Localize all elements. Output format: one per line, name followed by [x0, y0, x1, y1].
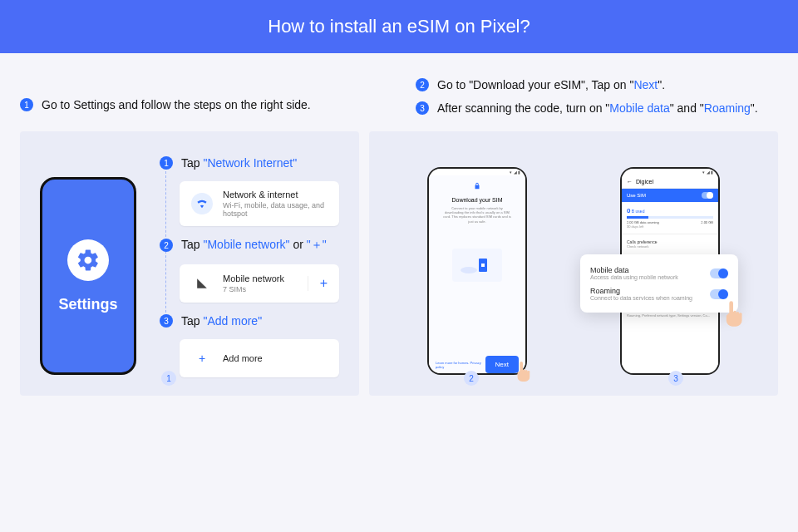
- wifi-icon: [191, 193, 213, 214]
- panel-1-footer: 1: [161, 371, 176, 386]
- use-sim-toggle[interactable]: [702, 192, 713, 199]
- instructions-right: 2 Go to "Download your eSIM", Tap on "Ne…: [416, 78, 778, 115]
- card-network-title: Network & internet: [223, 190, 328, 200]
- sim-lock-icon: [473, 182, 481, 190]
- mobile-data-row[interactable]: Mobile data Access data using mobile net…: [590, 263, 728, 283]
- download-title: Download your SIM: [451, 197, 502, 203]
- card-addmore-title: Add more: [223, 353, 328, 363]
- page-header: How to install an eSIM on Pixel?: [0, 0, 798, 53]
- footer-badge-1: 1: [161, 371, 176, 386]
- mobile-data-sub: Access data using mobile network: [590, 274, 678, 280]
- phone-digicel-wrap: ▾ ◢ ▮ ← Digicel Use SIM 0 B used: [620, 167, 720, 375]
- substep-1: 1 Tap "Network Internet": [160, 156, 339, 170]
- data-used-value: 0: [627, 207, 630, 214]
- card-mobile-network[interactable]: Mobile network 7 SIMs +: [180, 264, 339, 303]
- settings-gear-circle: [67, 239, 109, 281]
- download-subtitle: Connect to your mobile network by downlo…: [436, 206, 519, 224]
- data-usage-bar: [627, 216, 713, 219]
- back-arrow-icon[interactable]: ←: [627, 179, 633, 185]
- pointing-hand-icon-2: [722, 299, 745, 328]
- instruction-1: 1 Go to Settings and follow the steps on…: [20, 78, 382, 115]
- statusbar-1: ▾ ◢ ▮: [429, 169, 525, 175]
- phone-download-sim-wrap: ▾ ◢ ▮ Download your SIM Connect to your …: [427, 167, 527, 375]
- roaming-toggle[interactable]: [710, 289, 728, 299]
- card-mobile-body: Mobile network 7 SIMs: [223, 273, 298, 293]
- use-sim-label: Use SIM: [627, 193, 646, 198]
- substep-badge-1: 1: [160, 156, 173, 170]
- step-badge-1: 1: [20, 98, 33, 111]
- digicel-header: ← Digicel: [622, 175, 718, 189]
- substep-1-text: Tap "Network Internet": [181, 156, 297, 170]
- step-badge-3: 3: [416, 101, 429, 115]
- substep-2: 2 Tap "Mobile network" or "＋": [160, 238, 339, 253]
- mobile-data-title: Mobile data: [590, 266, 678, 274]
- footer-badge-3: 3: [668, 371, 683, 386]
- card-mobile-title: Mobile network: [223, 273, 298, 283]
- plus-icon: +: [191, 347, 213, 369]
- step-1-text: Go to Settings and follow the steps on t…: [42, 98, 311, 111]
- card-network-internet[interactable]: Network & internet Wi-Fi, mobile, data u…: [180, 181, 339, 226]
- calls-preference-row[interactable]: Calls preference Check network: [622, 234, 718, 254]
- mobile-data-overlay: Mobile data Access data using mobile net…: [580, 254, 738, 313]
- step-3-text: After scanning the code, turn on "Mobile…: [437, 101, 758, 115]
- svg-rect-2: [481, 264, 485, 267]
- download-illustration: [452, 249, 502, 282]
- roaming-row[interactable]: Roaming Connect to data services when ro…: [590, 283, 728, 304]
- instruction-3: 3 After scanning the code, turn on "Mobi…: [416, 101, 778, 115]
- substep-3-text: Tap "Add more": [181, 314, 262, 328]
- pointing-hand-icon: [514, 360, 532, 383]
- substep-badge-3: 3: [160, 314, 173, 328]
- phone-download-sim: ▾ ◢ ▮ Download your SIM Connect to your …: [427, 167, 527, 375]
- phone-mockup-settings: Settings: [40, 177, 136, 375]
- instruction-2: 2 Go to "Download your eSIM", Tap on "Ne…: [416, 78, 778, 91]
- calls-pref-sub: Check network: [627, 244, 713, 249]
- data-usage-row: 0 B used 2.00 GB data warning 2.00 GB 30…: [622, 202, 718, 234]
- phone-settings-label: Settings: [58, 296, 117, 313]
- add-sim-plus-button[interactable]: +: [308, 276, 328, 291]
- top-instructions: 1 Go to Settings and follow the steps on…: [0, 53, 798, 131]
- data-days-left: 30 days left: [627, 224, 713, 229]
- step-2-text: Go to "Download your eSIM", Tap on "Next…: [437, 78, 665, 91]
- gear-icon: [76, 248, 101, 273]
- mobile-data-toggle[interactable]: [710, 268, 728, 278]
- card-network-sub: Wi-Fi, mobile, data usage, and hotspot: [223, 201, 328, 218]
- card-mobile-sub: 7 SIMs: [223, 285, 298, 293]
- download-learn-more-link[interactable]: Learn more for homes. Privacy policy: [436, 361, 485, 369]
- panels: Settings 1 Tap "Network Internet" Networ…: [0, 131, 798, 396]
- card-network-body: Network & internet Wi-Fi, mobile, data u…: [223, 190, 328, 218]
- card-add-more[interactable]: + Add more: [180, 339, 339, 377]
- data-used-label: B used: [632, 209, 645, 214]
- use-sim-row[interactable]: Use SIM: [622, 189, 718, 202]
- statusbar-2: ▾ ◢ ▮: [622, 169, 718, 175]
- substeps-column: 1 Tap "Network Internet" Network & inter…: [160, 156, 339, 377]
- panel-2-footer: 2 3: [369, 371, 778, 386]
- roaming-sub: Connect to data services when roaming: [590, 295, 692, 301]
- data-total-text: 2.00 GB: [701, 220, 713, 224]
- panel-settings-steps: Settings 1 Tap "Network Internet" Networ…: [20, 131, 359, 396]
- substep-badge-2: 2: [160, 239, 173, 252]
- roaming-title: Roaming: [590, 287, 692, 295]
- carrier-name: Digicel: [636, 179, 653, 185]
- step-badge-2: 2: [416, 78, 429, 91]
- footer-badge-2: 2: [464, 371, 479, 386]
- page-title: How to install an eSIM on Pixel?: [268, 16, 530, 37]
- substep-3: 3 Tap "Add more": [160, 314, 339, 328]
- advanced-sub: Roaming, Preferred network type, Setting…: [627, 313, 713, 318]
- svg-point-0: [461, 267, 477, 273]
- download-sim-screen: Download your SIM Connect to your mobile…: [429, 175, 525, 375]
- card-addmore-body: Add more: [223, 353, 328, 363]
- panel-phone-screens: ▾ ◢ ▮ Download your SIM Connect to your …: [369, 131, 778, 396]
- substep-2-text: Tap "Mobile network" or "＋": [181, 238, 327, 253]
- signal-icon: [191, 273, 213, 294]
